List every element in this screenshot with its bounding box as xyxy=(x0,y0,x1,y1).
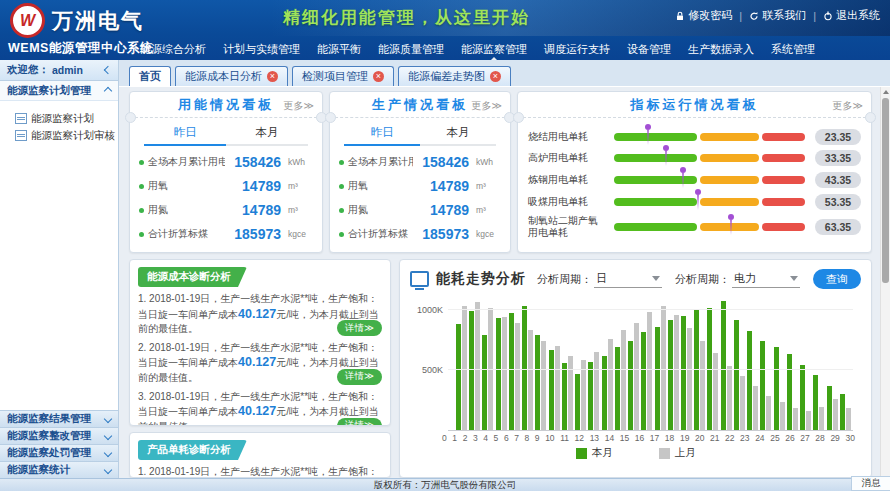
sidebar-section[interactable]: 能源监察统计 xyxy=(0,461,118,478)
chart-plot: 500K1000K xyxy=(448,298,853,431)
bar-本月 xyxy=(655,327,660,430)
diagnosis-item: 1. 2018-01-19日，生产一线生产水泥**吨，生产饱和：当日旋一车间单产… xyxy=(138,465,382,478)
bar-上月 xyxy=(515,323,520,430)
bar-group xyxy=(774,347,785,430)
metric-value: 14789 xyxy=(417,178,469,194)
nav-item-2[interactable]: 计划与实绩管理 xyxy=(221,42,302,57)
nav-item-4[interactable]: 能源质量管理 xyxy=(376,42,446,57)
bottom-cards-row: 能源成本诊断分析 1. 2018-01-19日，生产一线生产水泥**吨，生产饱和… xyxy=(129,259,872,478)
bar-本月 xyxy=(469,311,474,430)
filter-label: 分析周期： xyxy=(537,272,592,287)
legend-item[interactable]: 本月 xyxy=(576,446,613,460)
bar-本月 xyxy=(456,324,461,430)
tab-yesterday[interactable]: 昨日 xyxy=(144,121,226,146)
legend-item[interactable]: 上月 xyxy=(659,446,696,460)
bar-segment-green xyxy=(614,154,697,162)
collapse-sidebar-icon[interactable] xyxy=(104,66,112,74)
bullet-icon xyxy=(139,160,144,165)
bar-本月 xyxy=(734,320,739,430)
tab-yesterday[interactable]: 昨日 xyxy=(344,121,420,146)
tab-this-month[interactable]: 本月 xyxy=(420,121,496,146)
detail-button[interactable]: 详情≫ xyxy=(337,320,382,336)
metric-unit: m³ xyxy=(476,181,501,191)
sidebar-item[interactable]: 能源监察计划 xyxy=(15,110,118,127)
card-title: 用能情况看板 xyxy=(178,96,274,114)
vertical-scrollbar[interactable] xyxy=(880,87,890,478)
bar-本月 xyxy=(522,306,527,430)
close-icon[interactable]: × xyxy=(490,71,501,82)
metric-value: 14789 xyxy=(229,202,281,218)
sidebar-section[interactable]: 能源监察整改管理 xyxy=(0,427,118,444)
nav-item-5[interactable]: 能源监察管理 xyxy=(459,42,529,57)
bar-group xyxy=(800,365,811,430)
tab-1[interactable]: 首页 xyxy=(129,66,171,86)
welcome-label: 欢迎您： xyxy=(7,63,49,77)
change-password-link[interactable]: 修改密码 xyxy=(675,8,732,23)
bar-group xyxy=(602,339,613,430)
x-axis-labels: 0123456789101112131415161718192021222324… xyxy=(442,432,855,444)
more-link[interactable]: 更多≫ xyxy=(833,99,863,113)
tab-4[interactable]: 能源偏差走势图× xyxy=(398,66,511,86)
company-logo-icon: W xyxy=(10,3,45,38)
detail-button[interactable]: 详情≫ xyxy=(337,418,382,426)
nav-item-3[interactable]: 能源平衡 xyxy=(315,42,363,57)
scrollbar-thumb[interactable] xyxy=(882,98,889,283)
bar-group xyxy=(628,323,639,430)
more-link[interactable]: 更多≫ xyxy=(472,99,502,113)
tab-this-month[interactable]: 本月 xyxy=(226,121,308,146)
bar-segment-green xyxy=(614,223,697,231)
bar-本月 xyxy=(615,347,620,430)
contact-us-link[interactable]: 联系我们 xyxy=(749,8,806,23)
chevron-down-icon xyxy=(652,276,660,281)
header: W 万洲电气 WEMS能源管理中心系统 精细化用能管理，从这里开始 修改密码 |… xyxy=(0,0,890,60)
bar-segment-red xyxy=(762,223,805,231)
chart-legend: 本月上月 xyxy=(410,444,861,462)
bar-上月 xyxy=(475,302,480,430)
bar-本月 xyxy=(774,347,779,430)
x-axis-tick: 26 xyxy=(785,433,794,443)
close-icon[interactable]: × xyxy=(267,71,278,82)
nav-item-9[interactable]: 系统管理 xyxy=(769,42,817,57)
bar-本月 xyxy=(496,318,501,430)
message-button[interactable]: 消息 xyxy=(851,476,890,491)
metric-row: 全场本月累计用电158426kWh xyxy=(339,154,501,170)
sidebar-section[interactable]: 能源监察结果管理 xyxy=(0,410,118,427)
chart-bars xyxy=(456,298,851,430)
sidebar-item-label: 能源监察计划 xyxy=(31,112,94,126)
filter-label: 分析周期： xyxy=(675,272,730,287)
bar-本月 xyxy=(482,335,487,430)
bar-上月 xyxy=(594,352,599,430)
logout-link[interactable]: 退出系统 xyxy=(823,8,880,23)
sidebar-section-plan-management[interactable]: 能源监察计划管理 xyxy=(0,81,118,101)
tab-2[interactable]: 能源成本日分析× xyxy=(175,66,288,86)
bar-上月 xyxy=(581,360,586,430)
energy-type-select[interactable]: 电力 xyxy=(732,271,800,288)
legend-swatch xyxy=(659,448,670,459)
close-icon[interactable]: × xyxy=(373,71,384,82)
query-button[interactable]: 查询 xyxy=(813,269,861,289)
nav-item-7[interactable]: 设备管理 xyxy=(625,42,673,57)
contact-us-label: 联系我们 xyxy=(762,8,806,23)
diagnosis-item: 3. 2018-01-19日，生产一线生产水泥**吨，生产饱和：当日旋一车间单产… xyxy=(138,390,382,426)
tab-3[interactable]: 检测项目管理× xyxy=(292,66,394,86)
nav-item-1[interactable]: 能源综合分析 xyxy=(138,42,208,57)
sidebar-item[interactable]: 能源监察计划审核 xyxy=(15,127,118,144)
indicator-marker-icon xyxy=(645,124,651,130)
bar-group xyxy=(562,356,573,430)
more-link[interactable]: 更多≫ xyxy=(284,99,314,113)
sidebar-section-label: 能源监察整改管理 xyxy=(7,429,91,443)
detail-button[interactable]: 详情≫ xyxy=(337,369,382,385)
nav-item-6[interactable]: 调度运行支持 xyxy=(542,42,612,57)
bar-上月 xyxy=(819,407,824,430)
x-axis-tick: 29 xyxy=(830,433,839,443)
bar-本月 xyxy=(694,310,699,430)
nav-item-8[interactable]: 生产数据录入 xyxy=(686,42,756,57)
bar-segment-orange xyxy=(700,133,759,141)
bar-group xyxy=(694,310,705,430)
scroll-up-arrow-icon[interactable] xyxy=(881,87,890,97)
period-select[interactable]: 日 xyxy=(594,271,662,288)
sidebar-section[interactable]: 能源监察处罚管理 xyxy=(0,444,118,461)
metric-label: 合计折算标煤 xyxy=(148,227,225,241)
bar-本月 xyxy=(840,394,845,430)
bar-本月 xyxy=(628,341,633,430)
